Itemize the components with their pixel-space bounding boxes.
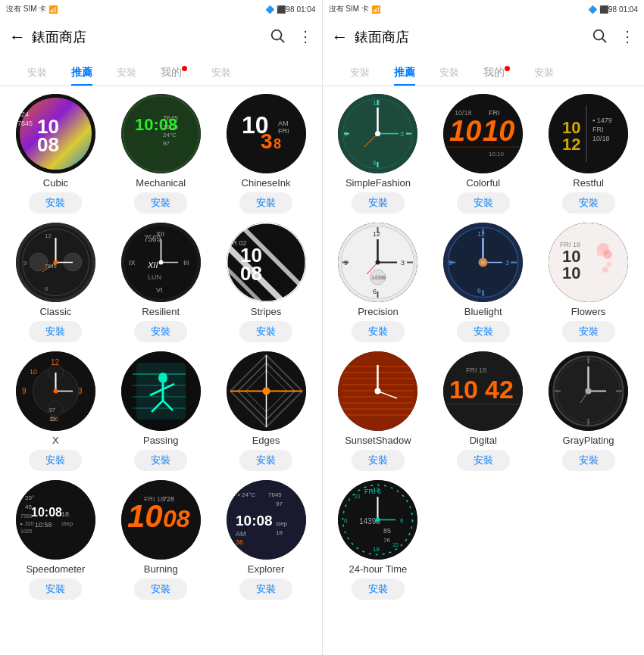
watch-item-24hour: FRI 6 12 6 18 0 21 15 14398 85 76 xyxy=(329,480,428,600)
svg-point-167 xyxy=(481,260,486,265)
install-button-x[interactable]: 安裝 xyxy=(29,450,82,471)
watch-name-digital: Digital xyxy=(470,435,497,446)
status-right-right: 🔷 ⬛98 01:04 xyxy=(588,5,638,14)
svg-text:12: 12 xyxy=(373,99,380,107)
watch-item-chineseink: 10 3 8 AM FRI ChineseInk 安裝 xyxy=(217,94,316,214)
svg-point-135 xyxy=(549,94,628,173)
install-button-bluelight[interactable]: 安裝 xyxy=(457,321,510,342)
install-button-flowers[interactable]: 安裝 xyxy=(562,321,615,342)
svg-point-68 xyxy=(53,389,58,394)
back-button-left[interactable]: ← xyxy=(9,27,26,47)
more-icon-right[interactable]: ⋮ xyxy=(620,27,635,48)
install-button-resilient[interactable]: 安裝 xyxy=(134,321,187,342)
watch-name-24hour: 24-hour Time xyxy=(349,563,408,575)
svg-text:6: 6 xyxy=(477,287,481,295)
tab-mine-right[interactable]: 我的 xyxy=(471,60,522,86)
tab-install-right[interactable]: 安裝 xyxy=(338,60,382,86)
svg-text:6: 6 xyxy=(373,159,377,167)
install-button-passing[interactable]: 安裝 xyxy=(134,450,187,471)
install-button-digital[interactable]: 安裝 xyxy=(457,450,510,471)
install-button-edges[interactable]: 安裝 xyxy=(239,450,292,471)
install-button-classic[interactable]: 安裝 xyxy=(29,321,82,342)
watch-name-colorful: Colorful xyxy=(466,177,500,189)
svg-text:FRI 18: FRI 18 xyxy=(144,495,164,503)
svg-text:FRI: FRI xyxy=(489,109,500,117)
svg-point-175 xyxy=(596,249,604,257)
svg-point-46 xyxy=(158,260,163,265)
install-button-simplefashion[interactable]: 安裝 xyxy=(352,192,405,214)
install-button-restful[interactable]: 安裝 xyxy=(562,192,615,214)
svg-text:10/18: 10/18 xyxy=(163,123,179,130)
watch-item-grayplating: GrayPlating 安裝 xyxy=(539,351,638,471)
watch-item-digital: 10 42 FRI 18 Digital 安裝 xyxy=(433,351,533,471)
svg-point-157 xyxy=(376,260,380,265)
back-button-right[interactable]: ← xyxy=(332,27,349,47)
install-button-precision[interactable]: 安裝 xyxy=(352,321,405,342)
right-panel: 沒有 SIM 卡 📶 🔷 ⬛98 01:04 ← 錶面商店 ⋮ 安裝 推薦 安裝… xyxy=(323,0,645,655)
svg-point-0 xyxy=(271,30,281,39)
watch-name-explorer: Explorer xyxy=(248,563,284,575)
watch-face-colorful: 10 10 10/18 FRI 10:10 xyxy=(443,94,523,173)
tab-install-left[interactable]: 安裝 xyxy=(15,60,59,86)
tab-recommend-left[interactable]: 推薦 xyxy=(59,60,105,86)
content-left: 10 08 424 7845 Cubic 安裝 10:08 7645 10 xyxy=(0,86,322,655)
svg-text:7645: 7645 xyxy=(45,264,57,269)
mine-badge-left xyxy=(182,66,187,71)
install-button-chineseink[interactable]: 安裝 xyxy=(239,192,292,214)
svg-text:10: 10 xyxy=(30,368,37,376)
install-button-stripes[interactable]: 安裝 xyxy=(239,321,292,342)
install-button-speedometer[interactable]: 安裝 xyxy=(29,579,82,600)
tab-recommend-right[interactable]: 推薦 xyxy=(382,60,427,86)
install-button-24hour[interactable]: 安裝 xyxy=(352,579,405,600)
tab-install2-left[interactable]: 安裝 xyxy=(105,60,148,86)
watch-name-cubic: Cubic xyxy=(43,177,68,189)
svg-text:step: step xyxy=(61,520,73,527)
tab-install3-right[interactable]: 安裝 xyxy=(522,60,566,86)
watch-name-mechanical: Mechanical xyxy=(136,177,186,189)
watch-face-sunsetshadow xyxy=(338,351,417,431)
install-button-sunsetshadow[interactable]: 安裝 xyxy=(352,450,405,471)
svg-text:424: 424 xyxy=(17,111,29,118)
tab-install2-right[interactable]: 安裝 xyxy=(427,60,471,86)
watch-item-bluelight: 12 3 6 9 Bluelight 安裝 xyxy=(433,223,533,342)
install-button-mechanical[interactable]: 安裝 xyxy=(134,192,187,214)
install-button-explorer[interactable]: 安裝 xyxy=(239,579,292,600)
svg-text:IX: IX xyxy=(129,259,136,267)
watch-name-precision: Precision xyxy=(358,306,398,317)
watch-item-burning: 10 08 FRI 18 728 Burning 安裝 xyxy=(111,480,211,600)
svg-text:VI: VI xyxy=(156,286,163,294)
svg-text:1005: 1005 xyxy=(20,529,33,534)
tab-mine-left[interactable]: 我的 xyxy=(148,60,199,86)
header-right: ← 錶面商店 ⋮ xyxy=(323,18,645,56)
status-bar-right: 沒有 SIM 卡 📶 🔷 ⬛98 01:04 xyxy=(323,0,645,18)
svg-text:3: 3 xyxy=(505,259,509,267)
more-icon-left[interactable]: ⋮ xyxy=(298,27,313,48)
svg-text:9: 9 xyxy=(23,260,27,267)
time-right: 01:04 xyxy=(619,5,638,14)
watch-item-resilient: 7569 XII LUN XII III VI IX Resilien xyxy=(111,223,211,342)
watch-item-mechanical: 10:08 7645 10/18 24°C 97 Mechanical 安裝 xyxy=(111,94,211,214)
svg-text:III: III xyxy=(183,259,189,267)
watch-name-stripes: Stripes xyxy=(251,306,281,317)
search-icon-left[interactable] xyxy=(269,27,286,48)
watch-name-x: X xyxy=(52,435,59,446)
header-left: ← 錶面商店 ⋮ xyxy=(0,18,322,56)
install-button-colorful[interactable]: 安裝 xyxy=(457,192,510,214)
watch-face-24hour: FRI 6 12 6 18 0 21 15 14398 85 76 xyxy=(338,480,417,560)
svg-text:8: 8 xyxy=(274,136,281,151)
watch-face-speedometer: 20° 45 7568 ▸ 320 1005 10:08 10:58 18 st… xyxy=(16,480,95,560)
page-title-left: 錶面商店 xyxy=(32,28,263,46)
tab-install3-left[interactable]: 安裝 xyxy=(199,60,243,86)
install-button-grayplating[interactable]: 安裝 xyxy=(562,450,615,471)
svg-text:10:08: 10:08 xyxy=(31,506,62,519)
search-icon-right[interactable] xyxy=(591,27,608,48)
svg-text:AM: AM xyxy=(278,120,289,127)
svg-text:36: 36 xyxy=(236,538,243,546)
install-button-burning[interactable]: 安裝 xyxy=(134,579,187,600)
svg-text:7645: 7645 xyxy=(163,114,178,122)
svg-text:3: 3 xyxy=(261,129,273,153)
install-button-cubic[interactable]: 安裝 xyxy=(29,192,82,214)
svg-text:12: 12 xyxy=(373,486,380,493)
mine-badge-right xyxy=(505,66,510,71)
watch-face-flowers: 10 10 FRI 18 xyxy=(549,223,628,302)
